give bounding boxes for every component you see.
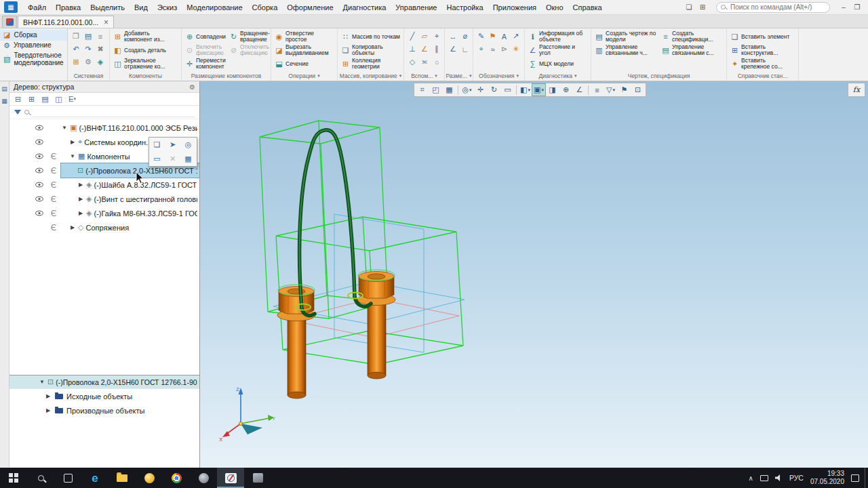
roughness-icon[interactable]: ≈	[487, 43, 498, 56]
expand-arrow-icon[interactable]: ▶	[45, 393, 52, 399]
mirror-component-button[interactable]: ◫Зеркальное отражение ко...	[112, 57, 179, 70]
dropdown-caret[interactable]: ▾	[317, 73, 320, 79]
tree-search-input[interactable]	[33, 107, 195, 117]
mode-assembly[interactable]: ◪Сборка	[0, 30, 67, 41]
array-by-points-button[interactable]: ∷Массив по точкам	[340, 30, 401, 43]
dropdown-caret[interactable]: ▾	[574, 73, 577, 79]
derived-objects-row[interactable]: ▶ Производные объекты	[9, 403, 199, 418]
fix-on-button[interactable]: ⊙Включить фиксацию	[184, 43, 226, 57]
show-desktop-strip[interactable]	[865, 468, 868, 488]
panel-tab-tree-icon[interactable]: ▤	[1, 85, 7, 92]
expand-arrow-icon[interactable]: ▼	[69, 153, 76, 159]
eye-icon[interactable]	[33, 153, 46, 159]
menu-file[interactable]: Файл	[23, 1, 51, 14]
tree-filter-mode-icon[interactable]: Ε▾	[66, 94, 78, 104]
menu-assembly[interactable]: Сборка	[248, 1, 283, 14]
display-mode-icon[interactable]: ▣▾	[532, 84, 545, 96]
chrome-taskbar-button[interactable]	[163, 468, 190, 488]
menu-applications[interactable]: Приложения	[488, 1, 541, 14]
tree-row-screw[interactable]: Є ▶ ◈ (-)Винт с шестигранной головкой...	[9, 192, 199, 206]
eye-icon[interactable]	[33, 182, 46, 188]
copy-objects-button[interactable]: ❏Копировать объекты	[340, 43, 401, 57]
expand-arrow-icon[interactable]: ▶	[45, 407, 52, 413]
menu-help[interactable]: Справка	[568, 1, 607, 14]
3d-viewport[interactable]: Z Y X ⌗ ◰ ▦ ◎▾ ✛ ↻ ▭ ◧▾ ▣▾ ◨ ⊕ ∠	[200, 81, 868, 468]
undo-icon[interactable]: ↶	[70, 43, 82, 56]
go-to-quick-icon[interactable]: ➤	[165, 138, 180, 152]
dock-panels-icon[interactable]: ⊞	[696, 3, 709, 11]
tree-row-mates[interactable]: Є ▶ ◇ Сопряжения	[9, 220, 199, 235]
coincide-button[interactable]: ⊕Совпадение▾	[184, 30, 226, 43]
start-button[interactable]	[0, 468, 27, 488]
aux-cs-icon[interactable]: ◇	[406, 56, 418, 68]
flag-symbol-icon[interactable]: ⚑	[487, 30, 498, 43]
second-gray-app-taskbar-button[interactable]	[244, 468, 271, 488]
measure-icon[interactable]: ∠	[573, 84, 586, 96]
cut-extrude-button[interactable]: ◪Вырезать выдавливанием	[273, 43, 335, 57]
section-view-icon[interactable]: ◨	[546, 84, 559, 96]
linear-dim-icon[interactable]: ↔	[447, 30, 459, 43]
settings-icon[interactable]: ⚙	[82, 56, 94, 68]
section-button[interactable]: ⬓Сечение	[273, 57, 335, 70]
properties-icon[interactable]: ⊞	[70, 56, 82, 68]
copy-quick-icon[interactable]: ❏	[149, 138, 165, 152]
dropdown-caret[interactable]: ▾	[399, 73, 402, 79]
copy-icon[interactable]: ❐	[70, 30, 82, 43]
expand-arrow-icon[interactable]: ▼	[61, 125, 68, 131]
diameter-dim-icon[interactable]: ⌀	[459, 30, 471, 43]
app-logo-icon[interactable]: ▦	[4, 1, 18, 13]
expand-arrow-icon[interactable]: ▶	[77, 182, 84, 188]
gray-app-taskbar-button[interactable]	[190, 468, 217, 488]
tree-layout-icon[interactable]: ◫	[53, 94, 64, 104]
tab-close-icon[interactable]: ×	[104, 18, 108, 26]
dropdown-caret[interactable]: ▾	[469, 73, 472, 79]
fit-view-icon[interactable]: ▭	[501, 84, 514, 96]
tree-row-nut[interactable]: Є ▶ ◈ (-)Гайка М8-6Н.33.ЛС59-1 ГОСТ 5...	[9, 206, 199, 220]
speaker-tray-icon[interactable]	[775, 474, 783, 481]
aux-plane-icon[interactable]: ▱	[418, 30, 431, 43]
command-search-input[interactable]	[716, 2, 830, 13]
menu-window[interactable]: Окно	[541, 1, 568, 14]
eye-icon[interactable]	[33, 167, 46, 174]
frame-quick-icon[interactable]: ▭	[149, 152, 165, 166]
source-objects-row[interactable]: ▶ Исходные объекты	[9, 389, 199, 403]
document-tab[interactable]: ВНФТ.116.210.001.00... ×	[18, 16, 114, 28]
menu-modeling[interactable]: Моделирование	[182, 1, 247, 14]
redo-icon[interactable]: ↷	[82, 43, 94, 56]
notification-center-icon[interactable]	[851, 474, 859, 482]
rotate-icon[interactable]: ↻	[488, 84, 500, 96]
explorer-taskbar-button[interactable]	[108, 468, 136, 488]
grid-quick-icon[interactable]: ▦	[180, 152, 196, 166]
edited-object-header[interactable]: ▼ ⊡ (-)Проволока 2,0-Х15Н60 ГОСТ 12766.1…	[9, 375, 199, 389]
grid-icon[interactable]: ▦	[443, 84, 456, 96]
scene-list-icon[interactable]: ≡	[591, 84, 604, 96]
display-tray-icon[interactable]	[760, 475, 768, 481]
aux-parallel-icon[interactable]: ∥	[431, 43, 443, 56]
aux-axis-icon[interactable]: ╱	[406, 30, 418, 43]
tree-row-root[interactable]: ▼ ▣ (-)ВНФТ.116.210.001.000 ЭСБ Резистор	[9, 121, 199, 135]
dropdown-caret[interactable]: ▾	[435, 73, 437, 79]
dropdown-caret[interactable]: ▾	[516, 73, 519, 79]
aux-point-icon[interactable]: ⌖	[431, 30, 443, 43]
task-view-button[interactable]	[54, 468, 81, 488]
print-icon[interactable]: ≡	[94, 30, 106, 43]
tray-expand-icon[interactable]: ∧	[749, 474, 753, 482]
geometry-collection-button[interactable]: ⊞Коллекция геометрии	[340, 57, 401, 70]
taskbar-search-button[interactable]	[27, 468, 54, 488]
zoom-icon[interactable]: ◎▾	[460, 84, 473, 96]
mark-icon[interactable]: ✳	[510, 43, 521, 56]
minimize-icon[interactable]: –	[837, 3, 850, 11]
filter-icon[interactable]: ▽▾	[604, 84, 617, 96]
aux-midline-icon[interactable]: ≍	[418, 56, 431, 68]
eye-icon[interactable]	[33, 196, 46, 202]
viewport-options-icon[interactable]: ⊡	[631, 84, 644, 96]
split-view-icon[interactable]: ◰	[429, 84, 442, 96]
leader-icon[interactable]: ↗	[510, 30, 521, 43]
menu-diagnostics[interactable]: Диагностика	[338, 1, 391, 14]
rotation-mate-button[interactable]: ↻Вращение-вращение	[228, 30, 270, 43]
expand-arrow-icon[interactable]: ▶	[69, 139, 76, 145]
fix-off-button[interactable]: ⊘Отключить фиксацию	[228, 43, 270, 57]
language-indicator[interactable]: РУС	[789, 474, 804, 482]
orientation-icon[interactable]: ◧▾	[519, 84, 532, 96]
distance-angle-button[interactable]: ∠Расстояние и угол	[527, 43, 589, 57]
